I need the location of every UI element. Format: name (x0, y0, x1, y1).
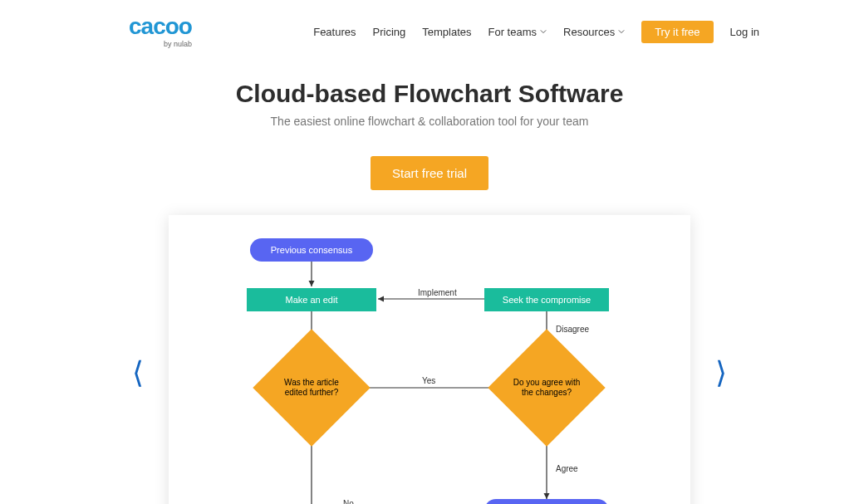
edge-label-agree: Agree (556, 464, 578, 473)
hero: Cloud-based Flowchart Software The easie… (0, 80, 859, 190)
nav-pricing[interactable]: Pricing (373, 26, 406, 38)
logo-subtext: by nulab (164, 40, 192, 48)
node-label: Seek the compromise (503, 295, 591, 305)
node-label: Do you agree with the changes? (505, 378, 588, 398)
hero-subtitle: The easiest online flowchart & collabora… (0, 115, 859, 128)
hero-title: Cloud-based Flowchart Software (0, 80, 859, 108)
node-do-you-agree: Do you agree with the changes? (505, 346, 588, 429)
nav-resources[interactable]: Resources (563, 26, 625, 38)
carousel-next-button[interactable]: ⟩ (690, 355, 752, 390)
nav-templates-label: Templates (422, 26, 471, 38)
node-label: Previous consensus (271, 245, 352, 255)
logo[interactable]: cacoo by nulab (129, 15, 192, 48)
main-nav: Features Pricing Templates For teams Res… (313, 21, 759, 43)
node-new-consensus: New consensus (484, 499, 609, 504)
edge-label-no: No (343, 499, 354, 504)
node-make-edit: Make an edit (247, 288, 376, 311)
chevron-down-icon (540, 28, 547, 35)
try-free-button[interactable]: Try it free (641, 21, 713, 43)
edge-label-disagree: Disagree (556, 325, 589, 334)
nav-resources-label: Resources (563, 26, 615, 38)
node-seek-compromise: Seek the compromise (484, 288, 609, 311)
node-label: Make an edit (286, 295, 338, 305)
logo-text: cacoo (129, 15, 192, 38)
nav-forteams-label: For teams (488, 26, 537, 38)
nav-templates[interactable]: Templates (422, 26, 471, 38)
nav-features[interactable]: Features (313, 26, 356, 38)
nav-forteams[interactable]: For teams (488, 26, 547, 38)
login-link[interactable]: Log in (730, 26, 759, 38)
node-was-edited: Was the article edited further? (270, 346, 353, 429)
edge-label-implement: Implement (418, 288, 457, 297)
carousel-prev-button[interactable]: ⟨ (107, 355, 169, 390)
chevron-down-icon (618, 28, 625, 35)
start-trial-button[interactable]: Start free trial (371, 156, 488, 190)
node-previous-consensus: Previous consensus (250, 238, 373, 262)
connector-lines (169, 215, 690, 504)
edge-label-yes: Yes (422, 376, 435, 385)
node-label: Was the article edited further? (270, 378, 353, 398)
nav-pricing-label: Pricing (373, 26, 406, 38)
flowchart-canvas: Previous consensus Make an edit Seek the… (169, 215, 690, 504)
carousel: ⟨ (0, 215, 859, 504)
nav-features-label: Features (313, 26, 356, 38)
